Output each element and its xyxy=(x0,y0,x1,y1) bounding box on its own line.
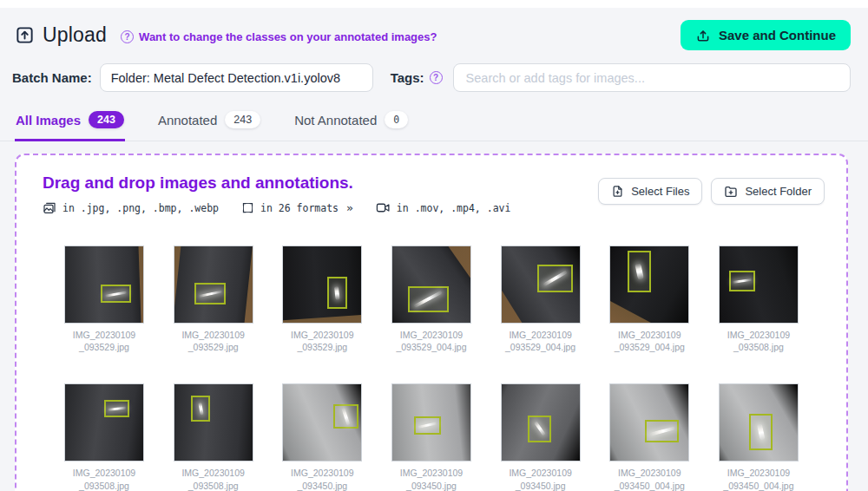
folder-plus-icon xyxy=(724,185,738,199)
image-card: IMG_20230109_093529.jpg xyxy=(64,245,144,353)
filename-line1: IMG_20230109 xyxy=(501,329,581,341)
batch-name-input[interactable] xyxy=(100,63,373,92)
supported-formats: in .jpg, .png, .bmp, .webpin 26 formats»… xyxy=(43,200,510,215)
image-thumbnail[interactable] xyxy=(391,383,471,462)
tags-label: Tags: xyxy=(391,70,424,85)
format-chip: in 26 formats» xyxy=(241,201,353,214)
dropzone[interactable]: Drag and drop images and annotations. in… xyxy=(15,154,848,491)
image-filename: IMG_20230109_093529.jpg xyxy=(282,329,362,353)
image-thumbnail[interactable] xyxy=(719,245,799,324)
image-thumbnail[interactable] xyxy=(64,383,144,462)
annotation-bbox xyxy=(104,400,129,417)
image-thumbnail[interactable] xyxy=(719,383,799,462)
annotation-bbox xyxy=(191,396,210,422)
tags-question-circle-icon[interactable]: ? xyxy=(430,71,443,84)
image-thumbnail[interactable] xyxy=(501,383,581,462)
format-text: in .mov, .mp4, .avi xyxy=(397,202,511,214)
upload-icon xyxy=(695,28,711,43)
image-filename: IMG_20230109_093450.jpg xyxy=(391,467,471,491)
batch-tags-row: Batch Name: Tags: ? xyxy=(0,50,868,92)
filename-line1: IMG_20230109 xyxy=(719,329,799,341)
defect-scratch xyxy=(341,408,350,426)
brown-backing-strip xyxy=(242,245,253,324)
filename-line2: _093450_004.jpg xyxy=(609,480,689,491)
select-files-label: Select Files xyxy=(631,185,689,198)
image-card: IMG_20230109_093508.jpg xyxy=(719,245,799,353)
brown-backing-strip xyxy=(174,245,185,324)
page-title: Upload xyxy=(43,23,107,47)
annotation-bbox xyxy=(101,285,130,303)
filename-line2: _093508.jpg xyxy=(174,480,253,491)
defect-scratch xyxy=(199,290,222,298)
help-link-label: Want to change the classes on your annot… xyxy=(139,30,437,43)
tab-not-annotated[interactable]: Not Annotated0 xyxy=(293,106,409,141)
image-thumbnail[interactable] xyxy=(282,383,362,462)
image-thumbnail[interactable] xyxy=(64,245,144,324)
metal-bar-texture xyxy=(174,383,253,462)
filename-line2: _093529.jpg xyxy=(64,341,144,353)
filename-line1: IMG_20230109 xyxy=(174,467,253,479)
annotation-bbox xyxy=(528,416,551,443)
page-header: Upload ? Want to change the classes on y… xyxy=(0,8,868,50)
image-filename: IMG_20230109_093508.jpg xyxy=(174,467,253,491)
filename-line2: _093450.jpg xyxy=(282,480,362,491)
tags-input[interactable] xyxy=(453,63,851,92)
image-filename: IMG_20230109_093450_004.jpg xyxy=(719,467,799,491)
image-filename: IMG_20230109_093529_004.jpg xyxy=(609,329,689,353)
upload-box-icon xyxy=(15,25,35,45)
annotation-bbox xyxy=(333,404,358,429)
image-grid: IMG_20230109_093529.jpgIMG_20230109_0935… xyxy=(16,245,846,491)
filename-line2: _093529_004.jpg xyxy=(391,341,471,353)
defect-scratch xyxy=(334,285,340,300)
defect-scratch xyxy=(414,290,444,308)
filename-line1: IMG_20230109 xyxy=(391,329,471,341)
image-filename: IMG_20230109_093450_004.jpg xyxy=(609,467,689,491)
select-folder-button[interactable]: Select Folder xyxy=(711,178,825,205)
change-classes-help-link[interactable]: ? Want to change the classes on your ann… xyxy=(121,30,437,43)
image-thumbnail[interactable] xyxy=(609,383,689,462)
image-thumbnail[interactable] xyxy=(174,245,253,324)
image-thumbnail[interactable] xyxy=(609,245,689,324)
double-chevron-right-icon[interactable]: » xyxy=(346,201,353,214)
image-filename: IMG_20230109_093529.jpg xyxy=(174,329,253,353)
format-text: in 26 formats xyxy=(260,202,339,214)
filename-line2: _093450_004.jpg xyxy=(719,480,799,491)
metal-bar-texture xyxy=(282,245,362,324)
image-thumbnail[interactable] xyxy=(174,383,253,462)
video-formats-icon xyxy=(376,200,391,215)
select-files-button[interactable]: Select Files xyxy=(598,178,702,205)
annotation-bbox xyxy=(408,286,449,312)
defect-scratch xyxy=(733,278,753,284)
annotation-formats-icon xyxy=(241,201,254,214)
brown-backing-strip xyxy=(137,245,144,324)
annotation-bbox xyxy=(645,420,680,442)
image-filename: IMG_20230109_093529_004.jpg xyxy=(501,329,581,353)
tab-label: Not Annotated xyxy=(294,113,377,128)
annotation-bbox xyxy=(628,251,651,292)
image-formats-icon xyxy=(43,201,56,215)
image-thumbnail[interactable] xyxy=(391,245,471,324)
filename-line2: _093529.jpg xyxy=(282,341,362,353)
batch-name-label: Batch Name: xyxy=(12,70,92,85)
image-card: IMG_20230109_093529.jpg xyxy=(174,245,253,353)
image-thumbnail[interactable] xyxy=(501,245,581,324)
defect-scratch xyxy=(108,407,126,411)
filename-line1: IMG_20230109 xyxy=(501,467,581,479)
filename-line1: IMG_20230109 xyxy=(282,329,362,341)
defect-scratch xyxy=(542,270,568,287)
tab-count-badge: 243 xyxy=(89,111,124,128)
annotation-bbox xyxy=(414,416,441,434)
defect-scratch xyxy=(757,423,766,441)
tab-annotated[interactable]: Annotated243 xyxy=(157,106,261,141)
dropzone-text-block: Drag and drop images and annotations. in… xyxy=(43,173,510,215)
filename-line2: _093529_004.jpg xyxy=(609,341,689,353)
annotation-bbox xyxy=(327,277,347,309)
format-text: in .jpg, .png, .bmp, .webp xyxy=(62,202,219,214)
image-card: IMG_20230109_093450.jpg xyxy=(391,383,471,491)
defect-scratch xyxy=(105,291,127,297)
save-and-continue-button[interactable]: Save and Continue xyxy=(681,20,851,50)
tab-all-images[interactable]: All Images243 xyxy=(15,106,125,141)
defect-scratch xyxy=(418,422,437,429)
image-thumbnail[interactable] xyxy=(282,245,362,324)
image-filename: IMG_20230109_093508.jpg xyxy=(64,467,144,491)
